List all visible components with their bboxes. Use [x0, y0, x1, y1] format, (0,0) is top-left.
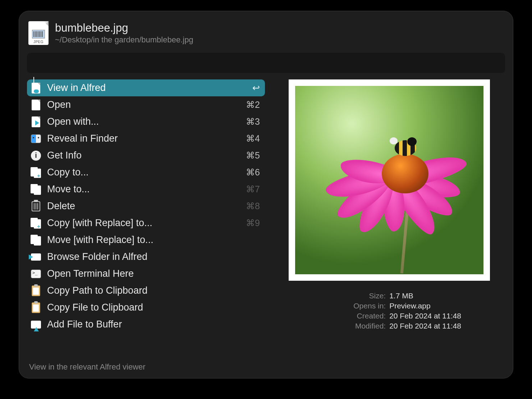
- file-type-badge: JPEG: [33, 40, 43, 44]
- action-label: Copy [with Replace] to...: [47, 217, 241, 229]
- action-label: Browse Folder in Alfred: [47, 251, 255, 262]
- file-type-icon: JPEG: [28, 21, 49, 45]
- action-shortcut: ⌘2: [246, 100, 260, 110]
- action-icon: [30, 302, 42, 314]
- action-label: Open with...: [47, 116, 241, 127]
- document-icon: [32, 100, 40, 110]
- document-cloud-icon: [32, 83, 40, 93]
- action-move-replace-to[interactable]: Move [with Replace] to...: [27, 231, 265, 248]
- action-label: View in Alfred: [47, 82, 247, 93]
- info-icon: i: [31, 151, 41, 161]
- meta-modified-value: 20 Feb 2024 at 11:48: [389, 321, 461, 331]
- action-shortcut: ⌘5: [246, 150, 260, 161]
- action-reveal-in-finder[interactable]: Reveal in Finder⌘4: [27, 130, 265, 147]
- file-metadata: Size:1.7 MB Opens in:Preview.app Created…: [317, 291, 461, 331]
- clipboard-icon: [32, 302, 40, 313]
- action-icon: [30, 183, 42, 196]
- action-icon: [30, 133, 42, 145]
- action-shortcut: ↩: [252, 83, 260, 93]
- actions-list: View in Alfred↩Open⌘2Open with...⌘3Revea…: [27, 79, 265, 353]
- meta-opens-value: Preview.app: [389, 301, 430, 311]
- meta-size-value: 1.7 MB: [389, 291, 413, 301]
- preview-image: [295, 86, 483, 274]
- action-label: Copy to...: [47, 167, 241, 178]
- file-path: ~/Desktop/in the garden/bumblebee.jpg: [55, 35, 193, 45]
- action-shortcut: ⌘7: [246, 184, 260, 194]
- action-shortcut: ⌘8: [246, 201, 260, 211]
- action-icon: [30, 318, 42, 331]
- action-shortcut: ⌘9: [246, 218, 260, 228]
- action-open[interactable]: Open⌘2: [27, 96, 265, 113]
- preview-column: Size:1.7 MB Opens in:Preview.app Created…: [274, 79, 505, 353]
- action-delete[interactable]: Delete⌘8: [27, 198, 265, 215]
- action-icon: i: [30, 150, 42, 162]
- preview-frame: [289, 79, 490, 281]
- action-shortcut: ⌘3: [246, 116, 260, 127]
- action-label: Get Info: [47, 150, 241, 161]
- document-open-with-icon: [32, 116, 40, 127]
- action-icon: [30, 116, 42, 128]
- move-pages-icon: [31, 235, 41, 246]
- action-copy-file[interactable]: Copy File to Clipboard: [27, 299, 265, 316]
- add-to-buffer-icon: [31, 321, 41, 329]
- action-shortcut: ⌘4: [246, 133, 260, 144]
- action-icon: [30, 234, 42, 246]
- action-label: Add File to Buffer: [47, 319, 255, 330]
- action-label: Move to...: [47, 184, 241, 195]
- action-icon: [30, 166, 42, 179]
- action-icon: [30, 200, 42, 212]
- action-label: Move [with Replace] to...: [47, 234, 255, 246]
- action-icon: [30, 82, 42, 94]
- browse-folder-icon: [31, 253, 41, 261]
- action-label: Copy File to Clipboard: [47, 302, 255, 313]
- action-label: Reveal in Finder: [47, 133, 241, 144]
- action-move-to[interactable]: Move to...⌘7: [27, 181, 265, 198]
- action-icon: [30, 99, 42, 111]
- meta-created-value: 20 Feb 2024 at 11:48: [389, 311, 461, 321]
- finder-icon: [31, 134, 41, 143]
- header: JPEG bumblebee.jpg ~/Desktop/in the gard…: [27, 20, 505, 50]
- action-label: Open: [47, 99, 241, 110]
- action-view-in-alfred[interactable]: View in Alfred↩: [27, 79, 265, 96]
- meta-modified-label: Modified:: [317, 321, 386, 331]
- action-icon: [30, 285, 42, 297]
- action-shortcut: ⌘6: [246, 167, 260, 178]
- file-name: bumblebee.jpg: [55, 22, 193, 35]
- action-copy-path[interactable]: Copy Path to Clipboard: [27, 282, 265, 299]
- action-get-info[interactable]: iGet Info⌘5: [27, 147, 265, 164]
- move-pages-icon: [31, 184, 41, 195]
- action-search-input[interactable]: [27, 53, 505, 73]
- action-icon: [30, 217, 42, 229]
- terminal-icon: [31, 270, 41, 278]
- action-browse-folder[interactable]: Browse Folder in Alfred: [27, 248, 265, 265]
- copy-pages-icon: [31, 167, 41, 178]
- action-open-with[interactable]: Open with...⌘3: [27, 113, 265, 130]
- action-open-terminal[interactable]: Open Terminal Here: [27, 265, 265, 282]
- action-icon: [30, 268, 42, 280]
- clipboard-icon: [32, 285, 40, 296]
- action-label: Copy Path to Clipboard: [47, 285, 255, 296]
- meta-size-label: Size:: [317, 291, 386, 301]
- meta-created-label: Created:: [317, 311, 386, 321]
- action-label: Delete: [47, 201, 241, 212]
- action-label: Open Terminal Here: [47, 268, 255, 279]
- action-icon: [30, 251, 42, 263]
- action-copy-to[interactable]: Copy to...⌘6: [27, 164, 265, 181]
- alfred-file-actions-panel: JPEG bumblebee.jpg ~/Desktop/in the gard…: [19, 11, 513, 379]
- meta-opens-label: Opens in:: [317, 301, 386, 311]
- trash-icon: [32, 201, 40, 211]
- footer-hint: View in the relevant Alfred viewer: [29, 362, 146, 372]
- header-text: bumblebee.jpg ~/Desktop/in the garden/bu…: [55, 22, 193, 45]
- action-add-to-buffer[interactable]: Add File to Buffer: [27, 316, 265, 333]
- copy-pages-icon: [31, 218, 41, 229]
- action-copy-replace-to[interactable]: Copy [with Replace] to...⌘9: [27, 215, 265, 231]
